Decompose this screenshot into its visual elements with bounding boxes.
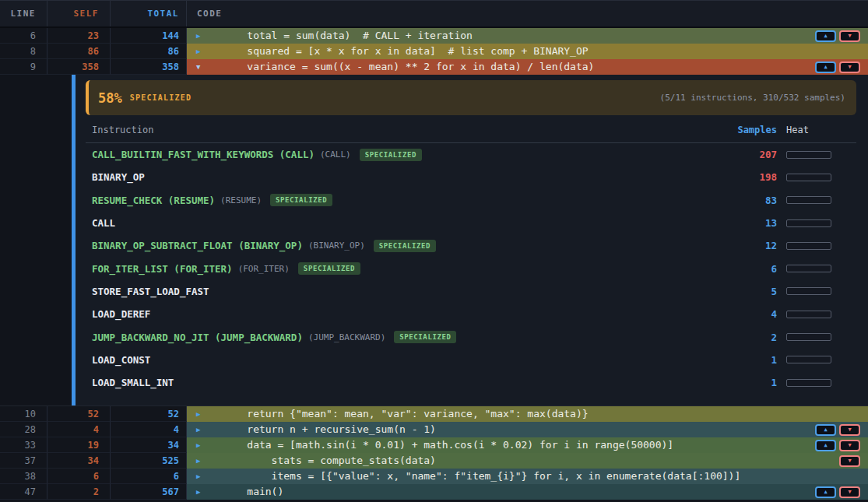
code-cell: ▶ stats = compute_stats(data) ▼ (187, 453, 868, 469)
heat-bar (786, 174, 831, 181)
line-number: 6 (0, 28, 47, 44)
column-samples[interactable]: Samples (733, 125, 777, 135)
expand-arrow-icon[interactable]: ▶ (196, 427, 204, 434)
jump-down-button[interactable]: ▼ (839, 486, 860, 498)
instruction-name: LOAD_SMALL_INT (92, 377, 174, 388)
column-heat[interactable]: Heat (786, 125, 856, 135)
code-line-row[interactable]: 38 6 6 ▶ items = [{"value": x, "name": f… (0, 469, 868, 484)
instruction-row: RESUME_CHECK (RESUME) (RESUME) SPECIALIZ… (86, 189, 856, 212)
instruction-name: BINARY_OP (92, 171, 145, 183)
code-line-row[interactable]: 47 2 567 ▶ main() ▲ ▼ (0, 484, 868, 500)
jump-up-button[interactable]: ▲ (815, 61, 836, 73)
specialized-badge: SPECIALIZED (360, 149, 422, 161)
specialized-label: SPECIALIZED (130, 93, 192, 102)
jump-down-button[interactable]: ▼ (839, 61, 860, 73)
code-line-row[interactable]: 37 34 525 ▶ stats = compute_stats(data) … (0, 453, 868, 469)
instruction-row: FOR_ITER_LIST (FOR_ITER) (FOR_ITER) SPEC… (86, 257, 856, 279)
expand-arrow-icon[interactable]: ▶ (196, 33, 204, 40)
heat-bar (786, 287, 831, 295)
instruction-name-group: CALL (92, 217, 733, 229)
expand-arrow-icon[interactable]: ▶ (196, 48, 204, 55)
instruction-samples: 2 (733, 332, 777, 343)
heat-bar (786, 196, 831, 204)
code-line-row[interactable]: 33 19 34 ▶ data = [math.sin(i * 0.01) + … (0, 437, 868, 453)
instruction-name: JUMP_BACKWARD_NO_JIT (JUMP_BACKWARD) (92, 332, 303, 343)
panel-gutter (0, 75, 72, 405)
code-rows-bottom: 10 52 52 ▶ return {"mean": mean, "var": … (0, 406, 868, 500)
code-cell: ▶ data = [math.sin(i * 0.01) + math.cos(… (187, 437, 868, 453)
code-cell: ▶ return n + recursive_sum(n - 1) ▲ ▼ (187, 422, 868, 437)
heat-cell (786, 379, 856, 387)
code-line-row[interactable]: 9 358 358 ▼ variance = sum((x - mean) **… (0, 59, 868, 75)
code-line-row[interactable]: 10 52 52 ▶ return {"mean": mean, "var": … (0, 406, 868, 422)
instruction-name-group: RESUME_CHECK (RESUME) (RESUME) SPECIALIZ… (92, 194, 733, 206)
heat-cell (786, 333, 856, 341)
instruction-row: LOAD_DEREF 4 (86, 303, 856, 325)
specialization-banner: 58% SPECIALIZED (5/11 instructions, 310/… (86, 80, 856, 115)
specialized-badge: SPECIALIZED (298, 262, 360, 275)
expand-arrow-icon[interactable]: ▶ (196, 489, 204, 496)
jump-up-button[interactable]: ▲ (815, 486, 836, 498)
code-line-row[interactable]: 8 86 86 ▶ squared = [x * x for x in data… (0, 44, 868, 59)
code-line-row[interactable]: 6 23 144 ▶ total = sum(data) # CALL + it… (0, 28, 868, 44)
heat-bar (786, 356, 831, 363)
code-text: data = [math.sin(i * 0.01) + math.cos(i … (223, 437, 673, 453)
header-self: SELF (47, 1, 111, 26)
jump-down-button[interactable]: ▼ (839, 440, 860, 451)
code-text: return n + recursive_sum(n - 1) (223, 422, 436, 437)
instruction-name-group: FOR_ITER_LIST (FOR_ITER) (FOR_ITER) SPEC… (92, 262, 733, 275)
jump-up-button[interactable]: ▲ (815, 440, 836, 451)
instruction-name-group: BINARY_OP_SUBTRACT_FLOAT (BINARY_OP) (BI… (92, 240, 733, 252)
heat-cell (786, 196, 856, 204)
specialized-percent: 58% (98, 90, 122, 106)
specialization-panel: 58% SPECIALIZED (5/11 instructions, 310/… (76, 75, 868, 405)
instruction-name-group: LOAD_SMALL_INT (92, 377, 733, 388)
total-samples: 144 (111, 28, 187, 44)
expand-arrow-icon[interactable]: ▶ (196, 411, 204, 418)
instruction-table-header: Instruction Samples Heat (86, 125, 856, 143)
expand-arrow-icon[interactable]: ▶ (196, 442, 204, 449)
heat-cell (786, 287, 856, 295)
self-samples: 6 (47, 469, 111, 484)
instruction-name-group: LOAD_CONST (92, 354, 733, 366)
profiler-window: LINE SELF TOTAL CODE 6 23 144 ▶ total = … (0, 0, 868, 502)
instruction-name: CALL_BUILTIN_FAST_WITH_KEYWORDS (CALL) (92, 149, 315, 160)
instruction-name: BINARY_OP_SUBTRACT_FLOAT (BINARY_OP) (92, 240, 303, 251)
code-rows-top: 6 23 144 ▶ total = sum(data) # CALL + it… (0, 28, 868, 75)
code-cell: ▶ items = [{"value": x, "name": f"item_{… (187, 469, 868, 484)
row-nav-buttons: ▼ (839, 453, 860, 469)
total-samples: 6 (111, 469, 187, 484)
jump-down-button[interactable]: ▼ (839, 30, 860, 42)
table-header: LINE SELF TOTAL CODE (0, 0, 868, 28)
code-cell: ▶ total = sum(data) # CALL + iteration ▲… (187, 28, 868, 44)
total-samples: 4 (111, 422, 187, 437)
row-nav-buttons: ▲ ▼ (815, 59, 860, 75)
specialized-badge: SPECIALIZED (374, 240, 436, 252)
heat-bar (786, 265, 831, 272)
header-code: CODE (187, 1, 868, 26)
line-number: 47 (0, 484, 47, 500)
column-instruction[interactable]: Instruction (92, 125, 733, 135)
code-cell: ▶ main() ▲ ▼ (187, 484, 868, 500)
instruction-row: LOAD_CONST 1 (86, 349, 856, 371)
code-text: main() (223, 484, 283, 500)
instruction-base-opcode: (BINARY_OP) (308, 240, 365, 251)
code-text: items = [{"value": x, "name": f"item_{i}… (223, 469, 740, 484)
instruction-name-group: STORE_FAST_LOAD_FAST (92, 286, 733, 297)
jump-up-button[interactable]: ▲ (815, 424, 836, 436)
expand-arrow-icon[interactable]: ▼ (196, 64, 204, 71)
heat-cell (786, 174, 856, 181)
expand-arrow-icon[interactable]: ▶ (196, 458, 204, 465)
jump-down-button[interactable]: ▼ (839, 455, 860, 467)
self-samples: 86 (47, 44, 111, 59)
code-line-row[interactable]: 28 4 4 ▶ return n + recursive_sum(n - 1)… (0, 422, 868, 437)
total-samples: 52 (111, 406, 187, 422)
jump-down-button[interactable]: ▼ (839, 424, 860, 436)
self-samples: 4 (47, 422, 111, 437)
instruction-row: BINARY_OP_SUBTRACT_FLOAT (BINARY_OP) (BI… (86, 234, 856, 257)
line-number: 10 (0, 406, 47, 422)
code-text: variance = sum((x - mean) ** 2 for x in … (223, 59, 594, 75)
expand-arrow-icon[interactable]: ▶ (196, 473, 204, 480)
instruction-row: CALL 13 (86, 212, 856, 234)
jump-up-button[interactable]: ▲ (815, 30, 836, 42)
